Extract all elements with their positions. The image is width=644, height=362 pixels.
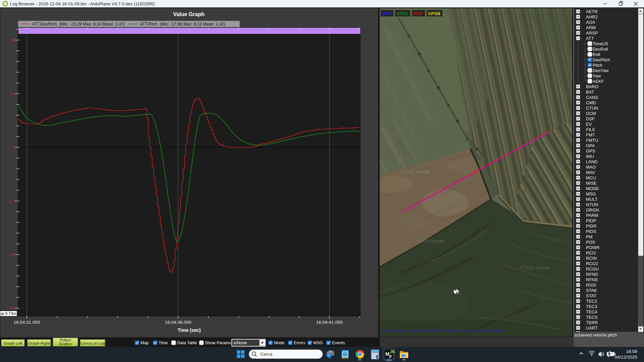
svg-text:Carica un Log: Carica un Log bbox=[80, 341, 105, 346]
svg-text:Cerca: Cerca bbox=[260, 352, 273, 357]
svg-text:MISE: MISE bbox=[586, 181, 597, 186]
svg-text:CMD: CMD bbox=[586, 100, 596, 105]
svg-text:PM: PM bbox=[586, 234, 593, 239]
svg-text:PIDS: PIDS bbox=[586, 229, 596, 234]
svg-text:M: M bbox=[385, 351, 389, 357]
svg-text:RCIN: RCIN bbox=[586, 256, 597, 261]
svg-text:TEC2: TEC2 bbox=[586, 299, 597, 304]
svg-text:16:58: 16:58 bbox=[626, 349, 637, 354]
svg-text:Roll: Roll bbox=[593, 52, 600, 57]
svg-text:GPS: GPS bbox=[586, 148, 595, 154]
svg-text:TECS: TECS bbox=[586, 315, 598, 320]
svg-text:Pitch: Pitch bbox=[593, 63, 602, 68]
svg-text:ARSP: ARSP bbox=[586, 31, 598, 36]
svg-text:p: p bbox=[389, 353, 392, 358]
svg-text:FMTU: FMTU bbox=[586, 138, 598, 143]
svg-text:MULT: MULT bbox=[586, 197, 597, 202]
svg-text:RCOU: RCOU bbox=[586, 266, 599, 272]
svg-text:TEC3: TEC3 bbox=[586, 304, 597, 309]
svg-text:AETR: AETR bbox=[586, 9, 598, 14]
svg-text:RSSI: RSSI bbox=[586, 283, 596, 288]
svg-text:Show Params: Show Params bbox=[205, 341, 231, 345]
svg-text:ARM: ARM bbox=[586, 25, 596, 30]
svg-text:CANS: CANS bbox=[586, 95, 598, 100]
svg-text:PARM: PARM bbox=[586, 213, 598, 218]
svg-text:Errors: Errors bbox=[294, 341, 305, 345]
svg-text:UART: UART bbox=[586, 325, 598, 330]
svg-text:STAT: STAT bbox=[586, 293, 596, 298]
svg-text:TimeUS: TimeUS bbox=[593, 41, 608, 46]
svg-text:DSF: DSF bbox=[586, 116, 595, 121]
svg-text:Time: Time bbox=[159, 341, 168, 345]
svg-text:DesRoll: DesRoll bbox=[593, 47, 608, 52]
svg-text:FMT: FMT bbox=[586, 132, 595, 137]
svg-text:MAG: MAG bbox=[586, 165, 596, 170]
svg-text:LAND: LAND bbox=[586, 159, 598, 164]
svg-text:STAK: STAK bbox=[586, 288, 597, 293]
svg-text:MSG: MSG bbox=[586, 191, 596, 196]
svg-text:EV: EV bbox=[586, 122, 592, 127]
svg-text:DesPitch: DesPitch bbox=[593, 57, 610, 62]
svg-text:TEC4: TEC4 bbox=[586, 309, 597, 314]
svg-text:POWR: POWR bbox=[586, 245, 599, 250]
svg-text:FILE: FILE bbox=[586, 127, 595, 132]
svg-text:MODE: MODE bbox=[586, 186, 599, 191]
svg-text:POS: POS bbox=[586, 240, 595, 245]
svg-text:BAT: BAT bbox=[586, 89, 594, 95]
svg-text:Yaw: Yaw bbox=[593, 73, 601, 78]
svg-text:CTUN: CTUN bbox=[586, 106, 598, 111]
svg-text:MCU: MCU bbox=[586, 175, 596, 180]
svg-text:RCI2: RCI2 bbox=[586, 250, 596, 255]
svg-text:04/12/2025: 04/12/2025 bbox=[614, 355, 637, 360]
svg-text:ORGN: ORGN bbox=[586, 207, 599, 213]
svg-text:Grafico: Grafico bbox=[59, 342, 72, 346]
svg-text:Events: Events bbox=[332, 341, 345, 345]
svg-text:MSG: MSG bbox=[313, 341, 323, 345]
svg-text:PIDR: PIDR bbox=[586, 224, 596, 229]
svg-text:AHR2: AHR2 bbox=[586, 14, 598, 19]
svg-text:RFNS: RFNS bbox=[586, 277, 598, 282]
svg-text:NTUN: NTUN bbox=[586, 202, 598, 207]
svg-text:AEKF: AEKF bbox=[593, 79, 604, 84]
svg-text:DesYaw: DesYaw bbox=[593, 68, 609, 73]
svg-text:Data Table: Data Table bbox=[177, 341, 197, 345]
svg-text:DCM: DCM bbox=[586, 111, 596, 116]
svg-text:Graph Right: Graph Right bbox=[29, 341, 50, 346]
svg-text:RCO2: RCO2 bbox=[586, 261, 598, 266]
svg-text:Graph Left: Graph Left bbox=[4, 341, 22, 346]
svg-text:a/None: a/None bbox=[233, 341, 247, 345]
svg-text:PIDP: PIDP bbox=[586, 218, 596, 223]
svg-text:MAV: MAV bbox=[586, 170, 595, 175]
svg-text:AOA: AOA bbox=[586, 20, 595, 25]
svg-text:IMU: IMU bbox=[586, 154, 594, 159]
svg-text:Mode: Mode bbox=[274, 341, 284, 345]
svg-text:RFND: RFND bbox=[586, 272, 598, 277]
svg-text:ATT: ATT bbox=[586, 36, 594, 41]
svg-text:GPA: GPA bbox=[586, 143, 595, 148]
svg-text:Map: Map bbox=[141, 341, 149, 345]
svg-text:TERR: TERR bbox=[586, 320, 598, 325]
svg-text:BARO: BARO bbox=[586, 84, 598, 89]
